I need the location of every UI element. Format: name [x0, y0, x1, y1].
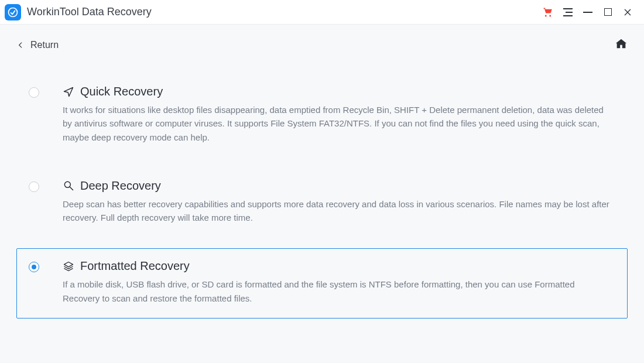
- return-button[interactable]: Return: [16, 40, 59, 50]
- option-description: Deep scan has better recovery capabiliti…: [63, 197, 612, 225]
- svg-point-0: [9, 8, 18, 16]
- option-formatted-recovery[interactable]: Fortmatted Recovery If a mobile disk, US…: [16, 248, 628, 319]
- svg-point-1: [64, 182, 70, 188]
- svg-line-2: [70, 187, 73, 190]
- return-label: Return: [30, 40, 59, 50]
- home-button[interactable]: [615, 37, 628, 53]
- option-description: It works for situations like desktop fil…: [63, 103, 612, 144]
- option-deep-recovery[interactable]: Deep Recovery Deep scan has better recov…: [16, 168, 628, 238]
- option-description: If a mobile disk, USB flash drive, or SD…: [63, 278, 612, 305]
- menu-icon[interactable]: [560, 4, 576, 20]
- option-quick-recovery[interactable]: Quick Recovery It works for situations l…: [16, 74, 628, 157]
- option-title: Quick Recovery: [80, 85, 163, 98]
- home-icon: [615, 37, 628, 50]
- close-button[interactable]: [619, 4, 636, 20]
- navigation-arrow-icon: [63, 86, 74, 98]
- chevron-left-icon: [16, 41, 25, 49]
- option-title: Fortmatted Recovery: [80, 259, 190, 273]
- radio-deep[interactable]: [29, 182, 39, 192]
- magnifier-icon: [63, 180, 74, 191]
- app-title: WorkinTool Data Recovery: [27, 6, 152, 18]
- radio-formatted[interactable]: [29, 262, 39, 272]
- layers-icon: [63, 261, 74, 272]
- option-title: Deep Recovery: [80, 179, 161, 193]
- cart-icon[interactable]: [540, 4, 556, 20]
- titlebar: WorkinTool Data Recovery: [0, 0, 644, 25]
- minimize-button[interactable]: [580, 4, 596, 20]
- maximize-button[interactable]: [600, 4, 616, 20]
- radio-quick[interactable]: [29, 87, 39, 98]
- app-logo-icon: [5, 4, 21, 20]
